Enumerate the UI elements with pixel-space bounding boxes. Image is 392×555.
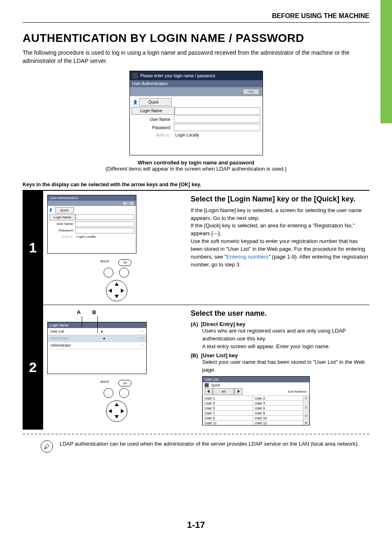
arrow-left-button[interactable] [205, 388, 213, 395]
user-cell[interactable]: User 11 [203, 420, 253, 425]
user-name-label: User Name [48, 221, 75, 227]
quick-button[interactable]: Quick [211, 383, 220, 387]
page-title: AUTHENTICATION BY LOGIN NAME / PASSWORD [23, 32, 369, 45]
step1-desc: If the [Login Name] key is selected, a s… [191, 207, 369, 269]
lock-icon [132, 73, 138, 79]
keypad-diagram: BACKOK [47, 259, 185, 301]
login-name-field[interactable] [175, 107, 260, 115]
ok-button[interactable]: OK [122, 201, 134, 205]
page-number: 1-17 [0, 520, 392, 530]
ok-key-icon: OK [118, 259, 131, 266]
step1-panel: User Authentication OK 👤Quick Login Name… [47, 195, 136, 254]
login-name-panel: Login Name User List●⋯ Direct Entry●⋯ Ad… [47, 322, 147, 374]
dpad-icon [106, 280, 127, 301]
user-name-label: User Name [131, 116, 174, 123]
section-header: BEFORE USING THE MACHINE [23, 12, 369, 23]
scroll-up-icon[interactable] [304, 414, 308, 416]
arrow-right-button[interactable] [234, 388, 242, 395]
user-list-row[interactable]: User List●⋯ [48, 328, 146, 335]
note-text: LDAP authentication can be used when the… [60, 440, 359, 448]
step2-item-b: (B) [User List] key Select your user nam… [191, 352, 369, 374]
person-icon [205, 383, 209, 387]
user-cell[interactable]: User 10 [253, 415, 303, 420]
administrator-row[interactable]: Administrator⋯ [48, 342, 146, 349]
user-cell[interactable]: User 5 [203, 405, 253, 410]
step-2: 2 AB Login Name User List●⋯ Direct Entry… [23, 305, 369, 430]
keys-note: Keys in the display can be selected with… [23, 182, 369, 187]
ok-key-circle-icon [119, 388, 129, 398]
entering-numbers-link[interactable]: Entering numbers [226, 254, 269, 260]
password-label: Password [48, 228, 75, 233]
password-label: Password [131, 124, 174, 131]
quick-button[interactable]: Quick [139, 98, 172, 106]
svg-marker-0 [207, 390, 210, 393]
auth-to-label: Auth to: [48, 234, 75, 239]
user-list-panel: User List Quick All Sort Address User 1 … [202, 376, 310, 426]
auth-to-value: Login Locally [174, 132, 263, 139]
figure-auth-panel: Please enter your login name / password.… [129, 71, 263, 155]
user-cell[interactable]: User 4 [253, 400, 303, 405]
note-block: LDAP authentication can be used when the… [23, 435, 369, 458]
ab-labels: AB [77, 309, 185, 315]
auth-to-value: Login Locally [75, 234, 136, 239]
ok-button[interactable]: OK [243, 89, 259, 95]
step2-heading: Select the user name. [191, 309, 369, 318]
ok-key-circle-icon [119, 268, 129, 278]
password-field[interactable] [75, 228, 134, 234]
dpad-icon [106, 400, 127, 421]
password-field[interactable] [174, 124, 260, 131]
user-cell[interactable]: User 2 [253, 395, 303, 400]
pencil-icon [41, 440, 53, 453]
panel-subtitle: User Authentication [130, 80, 263, 87]
intro-text: The following procedure is used to log i… [23, 49, 369, 65]
step-1: 1 User Authentication OK 👤Quick Login Na… [23, 191, 369, 305]
step-number: 1 [23, 191, 43, 305]
login-name-field[interactable] [76, 214, 134, 220]
user-cell[interactable]: User 9 [203, 415, 253, 420]
all-filter-button[interactable]: All [213, 388, 234, 395]
step1-heading: Select the [Login Name] key or the [Quic… [191, 195, 369, 204]
user-cell[interactable]: User 6 [253, 405, 303, 410]
user-cell[interactable]: User 8 [253, 410, 303, 415]
back-key-icon [104, 388, 113, 398]
step2-item-a: (A) [Direct Entry] key Users who are not… [191, 321, 369, 351]
keypad-diagram: BACKOK [47, 380, 185, 421]
user-cell[interactable]: User 1 [203, 395, 253, 400]
back-key-icon [104, 268, 113, 278]
login-name-button[interactable]: Login Name [49, 214, 76, 220]
user-name-field[interactable] [174, 116, 260, 123]
user-cell[interactable]: User 7 [203, 410, 253, 415]
svg-marker-1 [238, 390, 240, 393]
user-grid: User 1 User 2 1 1 User 3 User 4 User 5 U… [203, 395, 309, 425]
direct-entry-row[interactable]: Direct Entry●⋯ [48, 335, 146, 342]
scrollbar[interactable]: 1 1 [303, 395, 309, 425]
quick-button[interactable]: Quick [55, 207, 74, 213]
user-name-field[interactable] [75, 221, 134, 227]
login-name-button[interactable]: Login Name [131, 107, 175, 115]
sort-address-label[interactable]: Sort Address [242, 390, 307, 393]
accent-bar [380, 0, 392, 123]
scroll-down-icon[interactable] [304, 422, 308, 424]
step-number: 2 [23, 305, 43, 430]
ok-key-icon: OK [118, 380, 131, 386]
auth-to-label: Auth to: [131, 132, 174, 139]
user-cell[interactable]: User 12 [253, 420, 303, 425]
panel-prompt: Please enter your login name / password. [141, 74, 216, 78]
user-cell[interactable]: User 3 [203, 400, 253, 405]
figure-caption: When controlled by login name and passwo… [23, 160, 369, 172]
